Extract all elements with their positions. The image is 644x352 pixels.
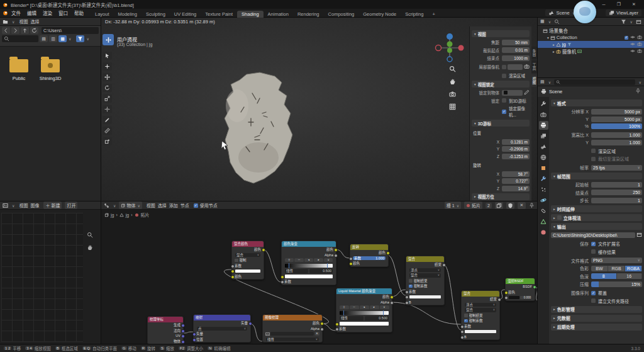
factor-slider[interactable]: 系数1.000 — [353, 256, 386, 261]
tool-cubeadd-button[interactable] — [103, 137, 112, 145]
image-editor-hand-button[interactable] — [87, 244, 93, 252]
node-checkbox[interactable] — [464, 314, 468, 317]
expand-arrow[interactable]: ▸ — [553, 50, 555, 54]
workspace-tab-Compositing[interactable]: Compositing — [324, 11, 359, 18]
props-section-输出[interactable]: ▾输出 — [551, 223, 642, 230]
chevron-down-icon[interactable]: ∨ — [630, 20, 633, 24]
hide-toggle[interactable] — [630, 42, 635, 48]
node-color-ramp-2[interactable]: Liquid Material 颜色渐变颜色Alpha＋－◂▸∨线性0.500系… — [336, 288, 392, 332]
chevron-down-icon[interactable]: ∨ — [548, 80, 551, 84]
hide-toggle[interactable] — [630, 35, 635, 41]
input-socket[interactable] — [460, 330, 464, 334]
node-title[interactable]: 混合 — [462, 291, 499, 297]
browse-folder-button[interactable] — [636, 232, 642, 238]
expand-arrow[interactable]: ▾ — [547, 36, 549, 40]
input-socket[interactable] — [192, 332, 196, 336]
output-socket[interactable] — [533, 285, 536, 289]
menu-窗口[interactable]: 窗口 — [55, 9, 71, 16]
search-icon[interactable] — [554, 19, 560, 25]
viewport-hand-button[interactable] — [449, 78, 456, 86]
node-dropdown[interactable]: 混合∨ — [235, 253, 260, 258]
properties-tab-particles[interactable] — [539, 185, 548, 194]
value-field[interactable]: 1 — [591, 182, 642, 188]
sidebar-section-视图[interactable]: ▾视图 — [472, 30, 530, 37]
properties-tab-render[interactable] — [539, 110, 548, 119]
props-section-色彩管理[interactable]: ▸色彩管理 — [551, 306, 642, 313]
checkbox[interactable]: ✓ — [591, 291, 596, 295]
output-socket[interactable] — [334, 248, 338, 252]
properties-tab-constraints[interactable] — [539, 207, 548, 215]
tool-cursor-button[interactable] — [103, 52, 112, 60]
funnel-icon[interactable] — [621, 19, 626, 25]
node-mapping[interactable]: 映射矢量点∨矢量位置 — [193, 314, 251, 343]
viewport-magnifier-button[interactable] — [449, 65, 456, 74]
chevron-down-icon[interactable]: ∨ — [548, 20, 551, 24]
remove-stop-button[interactable]: － — [294, 258, 304, 262]
sidebar-section-视图方位[interactable]: ▸视图方位 — [472, 193, 530, 200]
input-socket[interactable] — [405, 301, 409, 305]
value-field[interactable]: 5000 px — [591, 116, 642, 122]
value-field[interactable]: -0.1253 m — [502, 154, 530, 159]
interpolation-dropdown[interactable]: 线性 — [285, 269, 308, 273]
input-socket[interactable] — [460, 336, 464, 339]
viewlayer-selector[interactable]: ViewLayer — [606, 9, 641, 16]
workspace-tab-Scripting[interactable]: Scripting — [401, 11, 428, 18]
interpolation-dropdown[interactable]: 线性 — [340, 316, 364, 321]
node-dropdown[interactable]: 浮点∨ — [409, 268, 441, 273]
output-socket[interactable] — [181, 334, 185, 338]
display-grid-button[interactable]: ▥ — [49, 35, 57, 42]
render-toggle[interactable] — [637, 42, 642, 48]
image-editor-menu-视图[interactable]: 视图 — [18, 202, 29, 208]
file-browser-menu-视图[interactable]: 视图 — [18, 18, 29, 25]
viewport-camera-button[interactable] — [449, 91, 456, 99]
new-collection-icon[interactable] — [636, 19, 641, 25]
properties-tab-view-layer[interactable] — [539, 132, 548, 140]
min-button[interactable]: ─ — [596, 3, 611, 7]
expand-arrow[interactable]: ▸ — [553, 43, 555, 47]
color-swatch[interactable] — [235, 270, 260, 273]
node-dropdown[interactable]: 点∨ — [197, 327, 247, 331]
checkbox[interactable] — [557, 215, 562, 220]
checkbox[interactable] — [502, 98, 506, 103]
up-button[interactable] — [21, 27, 29, 34]
menu-编辑[interactable]: 编辑 — [24, 9, 40, 16]
node-dropdown[interactable]: 线性∨ — [266, 338, 319, 342]
remove-stop-button[interactable]: － — [350, 305, 359, 309]
output-socket[interactable] — [442, 263, 446, 267]
output-socket[interactable] — [320, 322, 324, 326]
color-roughness-pair[interactable]: 0.000 — [509, 296, 531, 300]
add-stop-button[interactable]: ＋ — [285, 258, 294, 262]
node-title[interactable]: 漫射BSDF — [506, 278, 535, 284]
back-button[interactable] — [2, 27, 10, 34]
image-editor-menu-图像[interactable]: 图像 — [29, 202, 40, 208]
tool-transform-button[interactable] — [103, 105, 112, 113]
tool-pen-button[interactable] — [103, 116, 112, 124]
dropdown-field[interactable]: 25 fps∨ — [591, 165, 642, 171]
output-socket[interactable] — [334, 254, 338, 258]
input-socket[interactable] — [405, 290, 409, 294]
value-field[interactable]: 58.7° — [502, 171, 530, 177]
option-8[interactable]: 8 — [591, 273, 617, 279]
option-BW[interactable]: BW — [591, 266, 608, 271]
viewport-3d[interactable]: Dx: -32.88 m Dy: 0.05993 m Dz: 0.5351 m … — [101, 18, 537, 201]
value-field[interactable]: 100% — [591, 123, 642, 129]
sidebar-tab-视图[interactable]: 视图 — [531, 74, 537, 87]
dropdown-field[interactable]: PNG∨ — [591, 258, 642, 263]
image-editor-magnifier-button[interactable] — [87, 232, 93, 239]
properties-tab-output[interactable] — [539, 121, 548, 130]
input-socket[interactable] — [192, 338, 196, 342]
node-checkbox[interactable]: ✓ — [464, 319, 468, 323]
props-section-帧范围[interactable]: ▾帧范围 — [551, 173, 642, 179]
node-checkbox[interactable] — [409, 279, 413, 283]
pin-icon[interactable] — [635, 88, 641, 94]
uv-grid[interactable] — [1, 213, 83, 342]
outliner-display-mode[interactable]: ▦ — [540, 19, 545, 24]
node-dropdown[interactable]: 混合∨ — [409, 273, 441, 278]
camera-picker[interactable] — [524, 64, 530, 70]
checkbox[interactable]: ✓ — [591, 242, 596, 246]
value-field[interactable] — [409, 295, 441, 299]
outliner-row-场景集合[interactable]: 场景集合 — [538, 27, 644, 34]
value-field[interactable]: 1000 m — [502, 55, 530, 61]
axis-gizmo[interactable] — [433, 31, 466, 64]
hide-toggle[interactable] — [630, 48, 635, 55]
